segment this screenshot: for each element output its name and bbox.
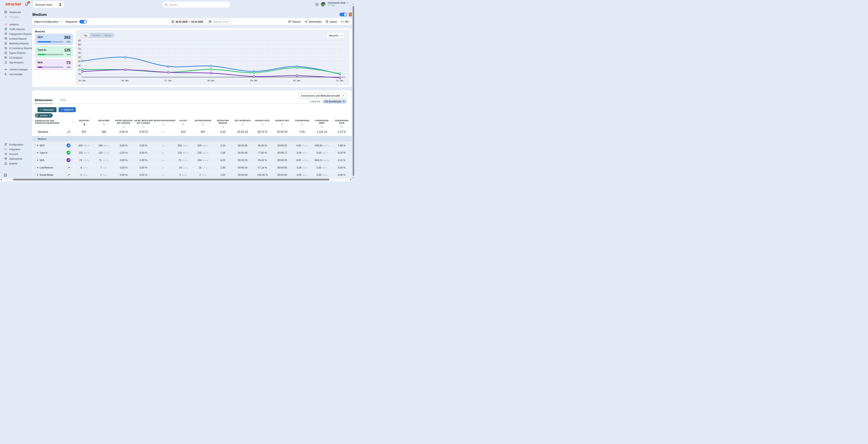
expand-row-icon[interactable] [37,167,38,168]
sort-icon[interactable] [221,125,224,128]
scroll-down-icon[interactable]: ▼ [352,177,354,179]
remove-dimension-icon[interactable]: ✕ [49,114,53,117]
table-row-seo[interactable]: SEO20249,6 %19850,4 %0,00 %0,00 %–20349,… [32,142,352,149]
feedback-smiley-icon[interactable] [315,3,319,6]
sidebar-item-echtzeit-reports[interactable]: Echtzeit Reports [0,36,32,41]
column-header-zeit-im-besuch[interactable]: ZEIT IM BESUCH [233,119,253,126]
column-header-anteil-besuche-mit-cookies[interactable]: ANTEIL BESUCHE MIT COOKIES [114,119,133,128]
granularity-tab-tag[interactable]: Tag [81,33,90,37]
column-header-conversion-wert[interactable]: CONVERSION-WERT [312,119,332,128]
toolbar-action-notizen[interactable]: Notizen [288,20,301,23]
horizontal-scrollbar[interactable]: ◀ ▶ [0,178,352,181]
column-header-klicks[interactable]: KLICKS [173,119,193,126]
etracker-logo[interactable]: etracker [5,2,21,6]
sidebar-item-exporte[interactable]: Exporte [0,161,32,166]
filter-chip-alle-bestellungen[interactable]: Alle Bestellungen ✕ [322,99,347,103]
column-header-seiten-pro-besuch[interactable]: SEITEN PRO BESUCH [213,119,233,128]
scroll-left-icon[interactable]: ◀ [0,179,2,180]
search-input[interactable] [169,3,223,6]
sidebar-item-e-commerce-reports[interactable]: E-Commerce Reports [0,46,32,51]
horizontal-scrollbar-thumb[interactable] [13,179,329,180]
attribution-select[interactable]: Conversions und Attributionsmodell [299,93,347,98]
tab-filter[interactable]: Filter [60,99,66,104]
sidebar-item-traffic-reports[interactable]: Traffic Reports [0,27,32,31]
sidebar-item-tag-manager[interactable]: tag manager [0,72,32,77]
diagram-toggle[interactable] [79,20,87,24]
row-label-cell[interactable]: Social Media [32,171,74,178]
table-row-social-media[interactable]: Social Media20,5 %20,5 %0,00 %0,00 %–20,… [32,171,352,178]
sort-icon[interactable] [202,123,204,126]
sidebar-item-account[interactable]: Account [0,152,32,156]
sort-icon[interactable] [301,123,304,126]
scroll-up-icon[interactable]: ▲ [352,3,354,4]
sidebar-item-konfiguration[interactable]: Konfiguration [0,142,32,147]
vertical-scrollbar-thumb[interactable] [352,6,354,176]
table-row-sea[interactable]: SEA7317,9 %7118,1 %0,00 %0,00 %–7217,4 %… [32,156,352,164]
sort-icon[interactable] [281,123,284,126]
avatar[interactable] [321,2,326,7]
trend-chart-icon[interactable] [66,129,71,134]
column-header-seitenaufrufe[interactable]: SEITENAUFRUFE [193,119,213,126]
drag-handle-icon[interactable] [35,113,38,118]
row-label-cell[interactable]: SEA [32,156,74,164]
report-toggle[interactable] [340,13,347,16]
sort-icon[interactable] [102,123,105,126]
sidebar-item-marketing-reports[interactable]: Marketing Reports [0,41,32,46]
table-row-type-in[interactable]: Type-In12530,7 %11930,3 %0,00 %0,00 %–12… [32,149,352,156]
collapse-sidebar-button[interactable] [4,174,7,177]
column-header-bounce-zeit[interactable]: BOUNCE-ZEIT [272,119,292,126]
trend-chart-icon[interactable] [66,166,70,170]
trend-chart-icon[interactable] [66,173,70,177]
sort-icon[interactable] [320,125,323,128]
dimension-chip-medium[interactable]: Medium ✕ [35,113,53,118]
add-segment-button[interactable]: +Segment [59,107,76,112]
table-row-link-referrer[interactable]: Link/Referrer82,0 %71,8 %0,00 %0,00 %–10… [32,164,352,171]
expand-row-icon[interactable] [37,159,38,161]
date-range-button[interactable]: 25.01.2025 — 31.01.2025 [168,19,206,24]
remove-filter-icon[interactable]: ✕ [343,100,345,103]
tab-dimensionen[interactable]: Dimensionen [35,99,53,104]
sidebar-item-app-analytics[interactable]: App Analytics [0,60,32,65]
sidebar-item-engagement-reports[interactable]: Engagement Reports [0,31,32,36]
row-label-cell[interactable]: Type-In [32,149,74,156]
metric-select[interactable]: Besuche [327,32,345,39]
toolbar-action-export[interactable]: Export [326,20,337,23]
expand-row-icon[interactable] [37,174,38,176]
sort-icon[interactable] [340,125,343,128]
trend-chart-icon[interactable] [66,158,70,162]
sidebar-item-ux-analytics[interactable]: UX Analytics [0,55,32,60]
sort-icon[interactable] [261,123,264,126]
sidebar-item-integration[interactable]: Integration [0,147,32,152]
sidebar-item-dashboard[interactable]: Dashboard [0,10,32,14]
granularity-tab-monat[interactable]: Monat [102,33,114,37]
notifications-bell-icon[interactable]: 9 [25,2,29,7]
search-bar[interactable] [162,2,230,8]
sidebar-item-eigene-reports[interactable]: Eigene Reports [0,51,32,55]
sidebar-item-analytics[interactable]: analytics [0,22,32,27]
expand-row-icon[interactable] [37,145,38,146]
account-switcher[interactable]: haveaseat.shop 477535 [328,1,348,7]
sort-icon[interactable] [182,123,185,126]
expand-row-icon[interactable] [37,152,38,153]
sort-icon[interactable] [83,123,86,126]
sort-icon[interactable] [241,123,244,126]
kpi-card-type-in[interactable]: Type-In12531% [35,47,73,58]
toolbar-action-weiterleiten[interactable]: Weiterleiten [305,20,322,23]
vertical-scrollbar[interactable]: ▲ ▼ [352,0,354,181]
sort-icon[interactable] [142,125,145,128]
row-label-cell[interactable]: SEO [32,142,74,149]
column-header-bounce-rate[interactable]: BOUNCE RATE [252,119,272,126]
trend-chart-icon[interactable] [66,143,70,147]
column-header-besucher[interactable]: BESUCHER [94,119,114,126]
column-header-conversions[interactable]: CONVERSIONS [292,119,312,126]
trend-chart-icon[interactable] [66,151,70,155]
sidebar-item-favoriten[interactable]: Favoriten [0,14,32,19]
config-dropdown[interactable]: Eigene Konfiguration [34,20,62,23]
toolbar-action-api[interactable]: API [341,20,349,23]
table-header-kennzahlen[interactable]: KENNZAHLEN UND KENNZAHLENGRUPPEN [32,119,74,124]
column-header-besuche[interactable]: BESUCHE [74,119,94,126]
scroll-right-icon[interactable]: ▶ [350,179,351,180]
table-group-row-medium[interactable]: Medium [32,136,352,142]
sort-icon[interactable] [122,125,125,128]
row-label-cell[interactable]: Link/Referrer [32,164,74,171]
